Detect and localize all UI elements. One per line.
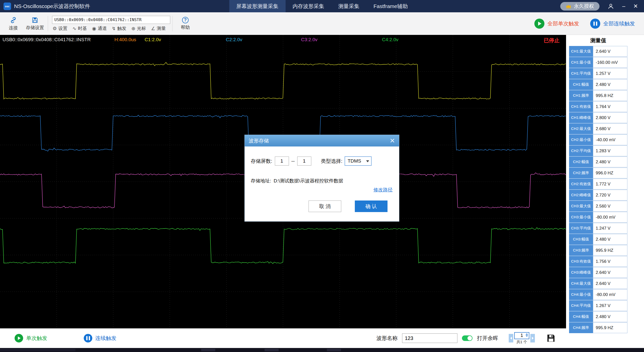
storage-settings-button[interactable]: 存储设置 xyxy=(24,13,46,34)
measurement-value: 1.283 V xyxy=(593,145,627,156)
page-prev-button[interactable] xyxy=(509,334,513,342)
storage-settings-label: 存储设置 xyxy=(26,25,44,31)
measurement-label: CH3:最小值 xyxy=(569,212,593,223)
continuous-trigger-label: 连续触发 xyxy=(95,335,116,342)
file-type-value: TDMS xyxy=(348,158,361,164)
page-number-input[interactable]: 1 xyxy=(514,332,529,339)
single-trigger-label: 单次触发 xyxy=(26,335,47,342)
afterglow-toggle[interactable] xyxy=(462,335,473,341)
measurement-value: 1.267 V xyxy=(593,300,627,311)
close-button[interactable]: ✕ xyxy=(633,4,638,9)
measurement-label: CH3:平均值 xyxy=(569,223,593,234)
wave-name-input[interactable] xyxy=(402,333,457,343)
measurement-row: CH2:频率996.0 HZ xyxy=(569,168,644,178)
measurement-row: CH3:最大值2.560 V xyxy=(569,201,644,212)
channel-button[interactable]: ◉通道 xyxy=(92,25,107,31)
storage-path-label: 存储地址: xyxy=(251,178,271,184)
measurement-label: CH4:最大值 xyxy=(569,278,593,289)
timebase-label: H:400.0us xyxy=(114,37,136,42)
toolbar-separator xyxy=(48,16,48,31)
screens-from-input[interactable] xyxy=(275,157,289,166)
chevron-down-icon xyxy=(366,160,369,162)
tab-4[interactable]: Fastframe辅助 xyxy=(366,0,415,12)
settings-button[interactable]: ⚙设置 xyxy=(53,25,67,31)
measurement-label: CH1:有效值 xyxy=(569,101,593,112)
measurement-table: CH1:最大值2.640 VCH1:最小值-160.00 mVCH1:平均值1.… xyxy=(569,46,644,333)
measurement-row: CH3:频率995.9 HZ xyxy=(569,245,644,256)
measurement-row: CH2:有效值1.772 V xyxy=(569,179,644,189)
cancel-button[interactable]: 取 消 xyxy=(309,200,341,212)
cursor-button[interactable]: ⊕光标 xyxy=(131,25,146,31)
measurement-label: CH2:最小值 xyxy=(569,134,593,145)
tab-1[interactable]: 屏幕波形测量采集 xyxy=(229,0,285,12)
minimize-button[interactable]: – xyxy=(622,4,625,9)
measurement-row: CH1:最大值2.640 V xyxy=(569,46,644,57)
play-icon xyxy=(15,334,23,342)
measurement-label: CH4:幅值 xyxy=(569,311,593,322)
measurement-value: -80.00 mV xyxy=(593,212,627,223)
channel-label: 通道 xyxy=(98,25,107,31)
measurement-value: 2.640 V xyxy=(593,278,627,289)
toolbar: 连接 存储设置 ⚙设置∿时基◉通道↯触发⊕光标∠测量 ? 帮助 全部单次触发 全… xyxy=(0,12,644,35)
app-window: osc NS-Oscilloscope示波器控制软件 屏幕波形测量采集内存波形采… xyxy=(0,0,644,352)
measurement-panel-title: 测量值 xyxy=(569,37,627,44)
waveform-storage-dialog: 波形存储 ✕ 存储屏数: -- 类型选择: TDMS 存储地址: D:\测试数据… xyxy=(244,135,399,222)
screens-label: 存储屏数: xyxy=(251,158,272,165)
tab-3[interactable]: 测量采集 xyxy=(331,0,366,12)
app-title: NS-Oscilloscope示波器控制软件 xyxy=(14,3,90,10)
measurement-label: CH3:幅值 xyxy=(569,234,593,245)
measurement-label: CH4:频率 xyxy=(569,322,593,333)
play-icon xyxy=(534,19,544,29)
measurement-value: 995.8 HZ xyxy=(593,90,627,101)
visa-address-input[interactable] xyxy=(52,16,170,24)
measurement-label: CH4:平均值 xyxy=(569,300,593,311)
measurement-value: -80.00 mV xyxy=(593,289,627,300)
measurement-row: CH1:频率995.8 HZ xyxy=(569,90,644,101)
continuous-trigger-button[interactable]: 连续触发 xyxy=(84,334,116,342)
link-icon xyxy=(10,16,17,24)
measurement-label: CH2:平均值 xyxy=(569,145,593,156)
license-button[interactable]: 永久授权 xyxy=(560,2,599,11)
modify-path-link[interactable]: 修改路径 xyxy=(373,187,393,193)
confirm-button[interactable]: 确 认 xyxy=(355,200,388,212)
measurement-row: CH4:频率995.9 HZ xyxy=(569,322,644,333)
screens-to-input[interactable] xyxy=(297,157,311,166)
waveform-C4 xyxy=(0,228,566,264)
measurement-value: 2.680 V xyxy=(593,123,627,134)
dialog-titlebar[interactable]: 波形存储 ✕ xyxy=(245,135,399,146)
all-single-trigger-button[interactable]: 全部单次触发 xyxy=(534,19,579,29)
trigger-button[interactable]: ↯触发 xyxy=(112,25,126,31)
settings-label: 设置 xyxy=(58,25,67,31)
help-label: 帮助 xyxy=(181,24,190,30)
measurement-label: CH2:峰峰值 xyxy=(569,190,593,200)
dialog-close-button[interactable]: ✕ xyxy=(390,137,395,144)
channel-scale-label-C1: C1:2.0v xyxy=(145,37,161,42)
page-spinner[interactable] xyxy=(526,333,528,337)
measurement-value: 2.480 V xyxy=(593,157,627,167)
measurement-label: CH3:频率 xyxy=(569,245,593,256)
measurement-label: CH1:最小值 xyxy=(569,57,593,68)
all-continuous-trigger-button[interactable]: 全部连续触发 xyxy=(590,19,635,29)
measurement-value: 2.480 V xyxy=(593,79,627,90)
tab-2[interactable]: 内存波形采集 xyxy=(285,0,331,12)
measure-button[interactable]: ∠测量 xyxy=(151,25,166,31)
measurement-value: 995.9 HZ xyxy=(593,245,627,256)
measurement-label: CH1:最大值 xyxy=(569,46,593,57)
measurement-label: CH4:最小值 xyxy=(569,289,593,300)
measurement-label: CH3:有效值 xyxy=(569,256,593,267)
user-icon[interactable] xyxy=(608,3,614,10)
help-button[interactable]: ? 帮助 xyxy=(175,13,196,34)
timebase-button[interactable]: ∿时基 xyxy=(72,25,87,31)
save-button[interactable] xyxy=(546,333,556,343)
single-trigger-button[interactable]: 单次触发 xyxy=(15,334,47,342)
toolbar-separator xyxy=(172,16,173,31)
measurement-value: 2.640 V xyxy=(593,267,627,278)
measurement-value: 1.756 V xyxy=(593,256,627,267)
measurement-row: CH1:峰峰值2.800 V xyxy=(569,112,644,123)
measurement-row: CH4:最大值2.640 V xyxy=(569,278,644,289)
connect-button[interactable]: 连接 xyxy=(3,13,24,34)
file-type-select[interactable]: TDMS xyxy=(345,157,371,166)
page-next-button[interactable] xyxy=(530,334,535,342)
instrument-toolbar: ⚙设置∿时基◉通道↯触发⊕光标∠测量 xyxy=(52,25,170,31)
measurement-label: CH2:有效值 xyxy=(569,179,593,189)
